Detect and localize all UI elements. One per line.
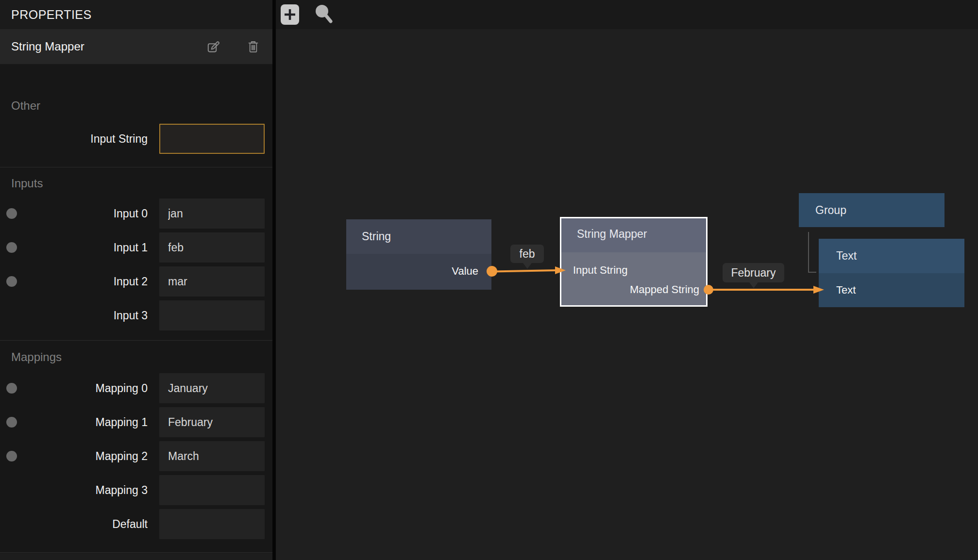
input-string-field[interactable]: [159, 124, 265, 154]
search-icon: [314, 3, 334, 26]
delete-node-button[interactable]: [248, 40, 258, 53]
node-text[interactable]: Text Text: [819, 239, 964, 307]
panel-resize-divider[interactable]: [272, 0, 276, 560]
property-row-input-0: Input 0: [0, 198, 272, 229]
properties-title: PROPERTIES: [11, 8, 92, 22]
search-button[interactable]: [314, 3, 334, 26]
property-label: Input 0: [0, 207, 148, 220]
section-divider: [0, 552, 272, 553]
property-row-input-1: Input 1: [0, 232, 272, 263]
selected-node-name: String Mapper: [11, 40, 84, 53]
connection-value: feb: [520, 247, 535, 261]
input-port-label[interactable]: Input String: [573, 264, 628, 277]
port-dot[interactable]: [6, 276, 17, 287]
mapping-3-field[interactable]: [159, 475, 265, 505]
property-label: Input 1: [0, 241, 148, 254]
output-port-label[interactable]: Mapped String: [630, 283, 699, 296]
node-title: Text: [836, 249, 857, 263]
property-label: Mapping 0: [0, 382, 148, 395]
next-section-strip: [0, 553, 272, 560]
node-title: String Mapper: [577, 228, 647, 241]
mapping-1-field[interactable]: [159, 407, 265, 437]
node-title: Group: [815, 204, 846, 217]
default-field[interactable]: [159, 509, 265, 539]
node-graph-canvas[interactable]: String Value String Mapper Input String …: [276, 29, 978, 560]
editor-main: String Value String Mapper Input String …: [276, 0, 978, 560]
selected-node-row[interactable]: String Mapper: [0, 29, 272, 64]
edit-pencil-icon: [207, 40, 220, 53]
property-row-input-2: Input 2: [0, 266, 272, 296]
input-1-field[interactable]: [159, 232, 265, 263]
input-port-label[interactable]: Text: [836, 284, 856, 296]
property-row-mapping-0: Mapping 0: [0, 373, 272, 403]
property-label: Default: [0, 518, 148, 531]
property-row-mapping-3: Mapping 3: [0, 475, 272, 505]
port-dot[interactable]: [6, 417, 17, 428]
property-row-default: Default: [0, 509, 272, 539]
canvas-toolbar: [276, 0, 978, 29]
section-label-inputs: Inputs: [0, 176, 272, 191]
add-node-button[interactable]: [281, 4, 299, 25]
property-label: Input 3: [0, 309, 148, 322]
property-row-input-string: Input String: [0, 124, 272, 154]
group-child-connector: [809, 232, 816, 272]
property-label: Input 2: [0, 275, 148, 288]
node-string-mapper[interactable]: String Mapper Input String Mapped String: [560, 217, 708, 307]
property-label: Mapping 2: [0, 450, 148, 463]
edit-node-button[interactable]: [207, 40, 220, 53]
property-row-mapping-1: Mapping 1: [0, 407, 272, 437]
connection-value-bubble: February: [723, 263, 784, 282]
wire-string-to-mapper[interactable]: [492, 270, 556, 272]
node-title: String: [362, 230, 391, 243]
property-label: Input String: [0, 132, 148, 146]
section-label-other: Other: [0, 99, 272, 113]
properties-panel: PROPERTIES String Mapper Other: [0, 0, 272, 560]
port-dot[interactable]: [6, 451, 17, 461]
property-row-mapping-2: Mapping 2: [0, 441, 272, 471]
section-divider: [0, 167, 272, 167]
node-string[interactable]: String Value: [346, 219, 491, 290]
input-0-field[interactable]: [159, 198, 265, 229]
port-dot[interactable]: [6, 383, 17, 394]
port-dot[interactable]: [6, 242, 17, 253]
connection-value: February: [731, 266, 776, 280]
node-group[interactable]: Group: [799, 193, 944, 227]
section-divider: [0, 340, 272, 341]
property-row-input-3: Input 3: [0, 300, 272, 330]
properties-header: PROPERTIES: [0, 0, 272, 29]
trash-icon: [248, 40, 258, 53]
mapping-0-field[interactable]: [159, 373, 265, 403]
app-window: PROPERTIES String Mapper Other: [0, 0, 978, 560]
property-label: Mapping 1: [0, 416, 148, 429]
output-port-label[interactable]: Value: [452, 265, 478, 278]
plus-icon: [283, 7, 297, 22]
input-2-field[interactable]: [159, 266, 265, 296]
connection-value-bubble: feb: [510, 245, 544, 263]
port-dot[interactable]: [6, 208, 17, 219]
input-3-field[interactable]: [159, 300, 265, 330]
mapping-2-field[interactable]: [159, 441, 265, 471]
section-label-mappings: Mappings: [0, 350, 272, 364]
property-label: Mapping 3: [0, 484, 148, 497]
